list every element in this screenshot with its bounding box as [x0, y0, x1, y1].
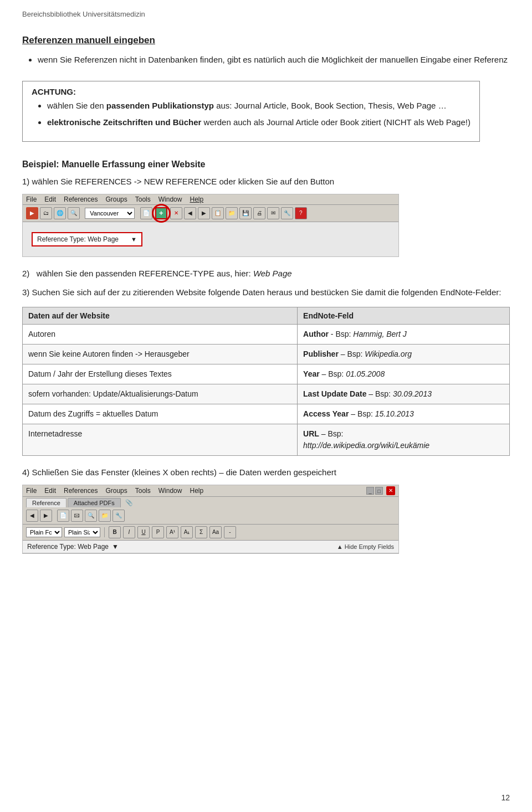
tab-attached-pdfs[interactable]: Attached PDFs — [68, 498, 121, 507]
table-cell-website-1: Autoren — [23, 324, 298, 344]
screenshot2-tabs: Reference Attached PDFs 📎 — [23, 497, 398, 507]
toolbar2-icon-3: 🔍 — [85, 510, 97, 522]
step2-text: 2) wählen Sie den passenden REFERENCE-TY… — [22, 267, 510, 280]
table-cell-endnote-3: Year – Bsp: 01.05.2008 — [298, 364, 510, 384]
table-cell-endnote-6: URL – Bsp:http://de.wikipedia.org/wiki/L… — [298, 424, 510, 455]
menu2-window: Window — [158, 487, 182, 495]
toolbar2-icon-fwd: ▶ — [40, 510, 52, 522]
screenshot1-reftype-area: Reference Type: Web Page ▼ — [23, 222, 398, 256]
menu2-file: File — [26, 487, 37, 495]
screenshot2-reftype-bar: Reference Type: Web Page ▼ ▲ Hide Empty … — [23, 541, 398, 553]
menu-edit: Edit — [44, 196, 56, 203]
table-row: Datum / Jahr der Erstellung dieses Texte… — [23, 364, 510, 384]
screenshot1-toolbar: ▶ 🗂 🌐 🔍 Vancouver 📄 + ✕ ◀ ▶ 📋 📁 💾 🖨 ✉ 🔧 … — [23, 205, 398, 222]
maximize-btn[interactable]: □ — [375, 487, 383, 495]
size-select[interactable]: Plain Size — [64, 527, 100, 537]
menu2-help: Help — [190, 487, 203, 495]
table-cell-endnote-1: Author - Bsp: Hammig, Bert J — [298, 324, 510, 344]
menu-help: Help — [190, 196, 203, 203]
screenshot2: File Edit References Groups Tools Window… — [22, 485, 399, 554]
screenshot2-toolbar2: Plain Font Plain Size B I U P A¹ A₁ Σ Aa… — [23, 525, 398, 541]
page-number: 12 — [501, 793, 510, 802]
toolbar2-icon-back: ◀ — [26, 510, 38, 522]
toolbar-icon-13: ✉ — [267, 207, 279, 219]
table-row: wenn Sie keine Autoren finden -> Herausg… — [23, 344, 510, 364]
toolbar-icon-4: 🔍 — [68, 207, 80, 219]
dash-btn[interactable]: - — [224, 526, 236, 538]
reftype2-label: Reference Type: Web Page — [27, 543, 109, 551]
table-cell-website-4: sofern vorhanden: Update/Aktualisierungs… — [23, 384, 298, 404]
toolbar-icon-1: ▶ — [26, 207, 38, 219]
reftype2-dropdown[interactable]: ▼ — [112, 543, 119, 551]
toolbar2-icon-2: 🖂 — [71, 510, 83, 522]
close-btn[interactable]: ✕ — [386, 486, 395, 495]
step1-text: 1) wählen Sie REFERENCES -> NEW REFERENC… — [22, 175, 510, 188]
toolbar-icon-6: ✕ — [170, 207, 182, 219]
menu-file: File — [26, 196, 37, 203]
menu-window: Window — [158, 196, 182, 203]
menu2-references: References — [64, 487, 98, 495]
toolbar-icon-2: 🗂 — [40, 207, 52, 219]
menu-groups: Groups — [105, 196, 127, 203]
toolbar2-icon-5: 🔧 — [112, 510, 125, 522]
menu2-edit: Edit — [44, 487, 56, 495]
achtung-bullet-1: wählen Sie den passenden Publikationstyp… — [47, 100, 470, 112]
table-row: Internetadresse URL – Bsp:http://de.wiki… — [23, 424, 510, 455]
toolbar-icon-10: 📁 — [226, 207, 238, 219]
ref-type-dropdown[interactable]: ▼ — [131, 236, 137, 243]
screenshot1-menubar: File Edit References Groups Tools Window… — [23, 194, 398, 205]
new-reference-btn[interactable]: + — [155, 207, 167, 219]
toolbar-icon-11: 💾 — [239, 207, 252, 219]
paragraph-btn[interactable]: P — [152, 526, 164, 538]
table-row: sofern vorhanden: Update/Aktualisierungs… — [23, 384, 510, 404]
step3-text: 3) Suchen Sie sich auf der zu zitierende… — [22, 286, 510, 299]
intro-list: wenn Sie Referenzen nicht in Datenbanken… — [38, 54, 510, 66]
ref-type-label: Reference Type: Web Page — [37, 235, 119, 243]
toolbar2-icon-4: 📁 — [99, 510, 111, 522]
table-col2-header: EndNote-Feld — [298, 307, 510, 324]
screenshot2-toolbar1: ◀ ▶ 📄 🖂 🔍 📁 🔧 — [23, 507, 398, 525]
table-cell-endnote-4: Last Update Date – Bsp: 30.09.2013 — [298, 384, 510, 404]
hide-empty-fields-btn[interactable]: ▲ Hide Empty Fields — [337, 543, 394, 550]
table-cell-website-2: wenn Sie keine Autoren finden -> Herausg… — [23, 344, 298, 364]
minimize-btn[interactable]: _ — [366, 487, 374, 495]
table-row: Autoren Author - Bsp: Hammig, Bert J — [23, 324, 510, 344]
subscript-btn[interactable]: A₁ — [181, 526, 193, 538]
table-cell-website-3: Datum / Jahr der Erstellung dieses Texte… — [23, 364, 298, 384]
toolbar-icon-9: 📋 — [212, 207, 224, 219]
toolbar-icon-15: ? — [295, 207, 307, 219]
achtung-list: wählen Sie den passenden Publikationstyp… — [47, 100, 470, 129]
aa-btn[interactable]: Aa — [209, 526, 222, 538]
tab-reference[interactable]: Reference — [26, 498, 66, 507]
style-select[interactable]: Vancouver — [85, 208, 135, 219]
table-cell-website-6: Internetadresse — [23, 424, 298, 455]
step4-text: 4) Schließen Sie das Fenster (kleines X … — [22, 466, 510, 479]
ref-type-box: Reference Type: Web Page ▼ — [32, 232, 142, 246]
toolbar-icon-7: ◀ — [184, 207, 196, 219]
font-select[interactable]: Plain Font — [26, 527, 62, 537]
bold-btn[interactable]: B — [109, 526, 121, 538]
table-col1-header: Daten auf der Website — [23, 307, 298, 324]
menu2-tools: Tools — [135, 487, 151, 495]
menu2-groups: Groups — [105, 487, 127, 495]
table-cell-endnote-2: Publisher – Bsp: Wikipedia.org — [298, 344, 510, 364]
toolbar-icon-3: 🌐 — [54, 207, 66, 219]
achtung-box: ACHTUNG: wählen Sie den passenden Publik… — [22, 81, 480, 142]
toolbar-icon-8: ▶ — [198, 207, 210, 219]
main-heading: Referenzen manuell eingeben — [22, 35, 510, 46]
toolbar-icon-14: 🔧 — [281, 207, 293, 219]
menu-tools: Tools — [135, 196, 151, 203]
example-heading: Beispiel: Manuelle Erfassung einer Websi… — [22, 160, 510, 169]
sigma-btn[interactable]: Σ — [195, 526, 207, 538]
italic-btn[interactable]: I — [123, 526, 135, 538]
superscript-btn[interactable]: A¹ — [166, 526, 178, 538]
screenshot2-menubar: File Edit References Groups Tools Window… — [23, 485, 398, 497]
screenshot1: File Edit References Groups Tools Window… — [22, 194, 399, 257]
intro-bullet-1: wenn Sie Referenzen nicht in Datenbanken… — [38, 54, 510, 66]
achtung-title: ACHTUNG: — [32, 87, 470, 96]
underline-btn[interactable]: U — [137, 526, 150, 538]
toolbar-icon-5: 📄 — [140, 207, 152, 219]
toolbar2-icon-1: 📄 — [57, 510, 69, 522]
toolbar-icon-12: 🖨 — [253, 207, 265, 219]
table-cell-endnote-5: Access Year – Bsp: 15.10.2013 — [298, 404, 510, 424]
